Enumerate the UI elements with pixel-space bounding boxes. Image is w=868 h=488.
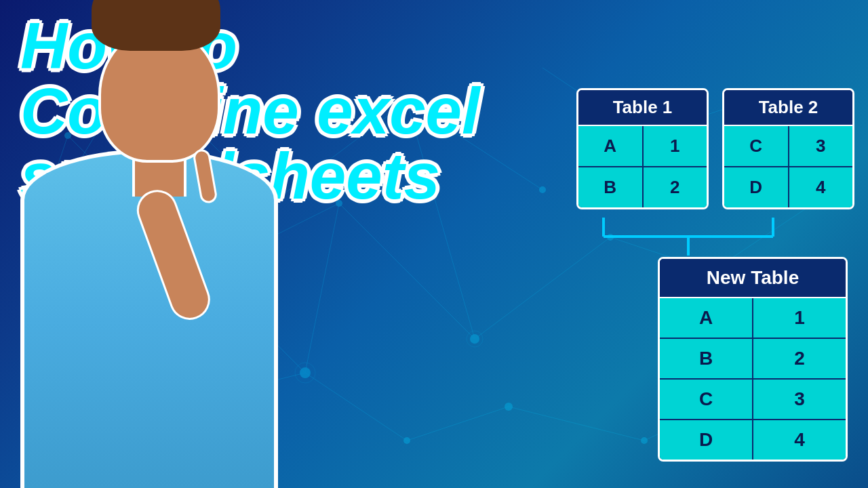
table-row: C 3 [660,380,846,420]
table1-row2-col1: B [578,167,644,207]
new-table-row3-col1: C [660,380,753,419]
svg-line-10 [407,407,509,441]
table2-header: Table 2 [724,90,852,126]
new-table-row2-col2: 2 [753,339,846,378]
table-row: C 3 [724,126,852,167]
table-row: A 1 [660,298,846,339]
new-table-row1-col1: A [660,298,753,338]
table-row: A 1 [578,126,707,167]
connector-area [529,216,848,257]
table1-header: Table 1 [578,90,707,126]
new-table-row3-col2: 3 [753,380,846,419]
table-row: B 2 [660,339,846,380]
new-table-row4-col2: 4 [753,420,846,460]
tables-area: Table 1 A 1 B 2 Table 2 C 3 [529,88,854,462]
table1-row1-col2: 1 [644,126,707,166]
svg-point-36 [505,403,513,411]
new-table-wrapper: New Table A 1 B 2 C 3 D 4 [529,257,854,462]
person-illustration [0,0,380,488]
table1-box: Table 1 A 1 B 2 [576,88,709,209]
table2-row1-col1: C [724,126,789,166]
new-table-row2-col1: B [660,339,753,378]
table-row: D 4 [660,420,846,460]
table2-row2-col2: 4 [789,167,853,207]
table1-body: A 1 B 2 [578,126,707,207]
table-row: B 2 [578,167,707,207]
table2-row2-col1: D [724,167,789,207]
table1-row2-col2: 2 [644,167,707,207]
table2-body: C 3 D 4 [724,126,852,207]
new-table-body: A 1 B 2 C 3 D 4 [660,298,846,460]
table-row: D 4 [724,167,852,207]
table1-row1-col1: A [578,126,644,166]
new-table-row1-col2: 1 [753,298,846,338]
new-table-row4-col1: D [660,420,753,460]
new-table-header: New Table [660,259,846,298]
table2-row1-col2: 3 [789,126,853,166]
person-hair [92,0,220,51]
svg-point-35 [403,437,410,444]
new-table-box: New Table A 1 B 2 C 3 D 4 [658,257,848,462]
table2-box: Table 2 C 3 D 4 [722,88,854,209]
svg-point-27 [470,334,479,344]
top-tables: Table 1 A 1 B 2 Table 2 C 3 [529,88,854,209]
